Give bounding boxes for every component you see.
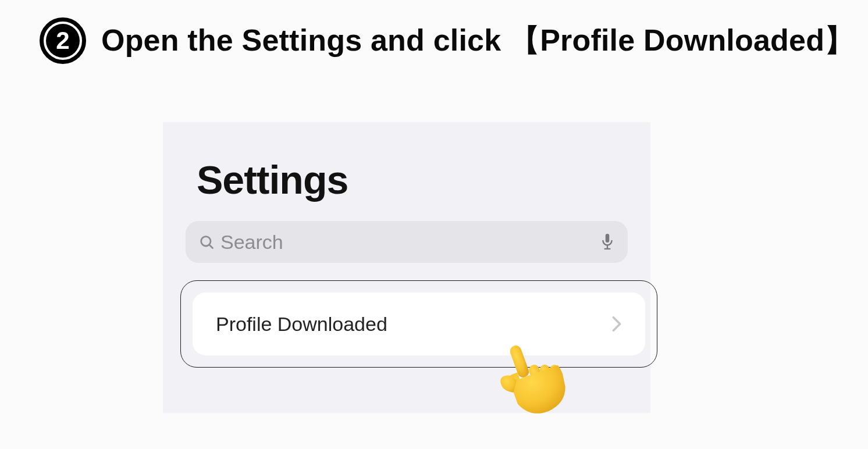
search-placeholder: Search — [220, 231, 600, 254]
profile-downloaded-group: Profile Downloaded — [180, 280, 657, 368]
svg-rect-2 — [606, 234, 610, 243]
step-header: 2 Open the Settings and click 【Profile D… — [40, 17, 855, 64]
search-input[interactable]: Search — [186, 221, 628, 263]
microphone-icon[interactable] — [600, 233, 615, 251]
profile-downloaded-label: Profile Downloaded — [216, 313, 611, 336]
svg-line-1 — [209, 245, 213, 248]
step-number: 2 — [46, 24, 80, 58]
step-number-badge: 2 — [40, 17, 86, 64]
page-title: Settings — [197, 157, 633, 202]
settings-panel: Settings Search Profile Downloaded — [163, 122, 650, 413]
search-icon — [198, 234, 215, 250]
profile-downloaded-cell[interactable]: Profile Downloaded — [193, 293, 645, 355]
instruction-text: Open the Settings and click 【Profile Dow… — [101, 20, 855, 61]
chevron-right-icon — [611, 316, 622, 332]
